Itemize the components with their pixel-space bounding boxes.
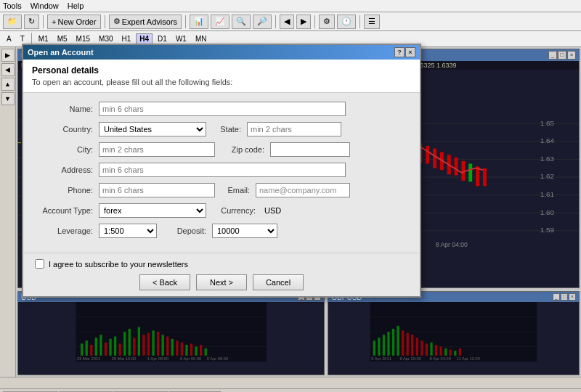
dialog-close-button[interactable]: ×	[405, 47, 415, 57]
deposit-label: Deposit:	[163, 226, 206, 235]
phone-email-row: Phone: Email:	[35, 183, 408, 197]
dialog-body: Name: Country: United States Canada Unit…	[23, 93, 420, 253]
zip-label: Zip code:	[221, 145, 264, 154]
email-label: Email:	[221, 186, 250, 195]
dialog-header-title: Personal details	[32, 65, 411, 75]
account-type-select[interactable]: forex cfd futures	[99, 203, 206, 218]
name-label: Name:	[35, 105, 93, 113]
leverage-select[interactable]: 1:500 1:200 1:100 1:50 1:25 1:10 1:5 1:2…	[99, 224, 157, 238]
leverage-label: Leverage:	[35, 226, 93, 235]
currency-label: Currency:	[212, 206, 256, 215]
deposit-select[interactable]: 10000 5000 25000 50000 100000	[212, 224, 277, 238]
open-account-dialog: Open an Account ? × Personal details To …	[22, 44, 421, 298]
city-label: City:	[35, 145, 93, 154]
country-state-row: Country: United States Canada United Kin…	[35, 122, 408, 136]
city-input[interactable]	[99, 142, 215, 157]
dialog-overlay: Open an Account ? × Personal details To …	[0, 0, 581, 392]
dialog-titlebar: Open an Account ? ×	[23, 45, 420, 60]
address-row: Address:	[35, 163, 408, 177]
cancel-button[interactable]: Cancel	[253, 274, 304, 290]
phone-input[interactable]	[99, 183, 215, 197]
state-input[interactable]	[247, 122, 341, 136]
city-zip-row: City: Zip code:	[35, 142, 408, 157]
dialog-footer: I agree to subscribe to your newsletters…	[23, 253, 420, 296]
country-label: Country:	[35, 125, 93, 134]
dialog-header: Personal details To open an account, ple…	[23, 60, 420, 93]
next-button[interactable]: Next >	[196, 274, 247, 290]
newsletter-label: I agree to subscribe to your newsletters	[49, 260, 188, 269]
email-input[interactable]	[256, 183, 350, 197]
name-row: Name:	[35, 102, 408, 116]
account-currency-row: Account Type: forex cfd futures Currency…	[35, 203, 408, 218]
address-input[interactable]	[99, 163, 346, 177]
name-input[interactable]	[99, 102, 346, 116]
zip-input[interactable]	[270, 142, 350, 157]
dialog-title-controls: ? ×	[394, 47, 415, 57]
footer-buttons: < Back Next > Cancel	[35, 274, 408, 290]
newsletter-checkbox[interactable]	[35, 259, 44, 269]
leverage-deposit-row: Leverage: 1:500 1:200 1:100 1:50 1:25 1:…	[35, 224, 408, 238]
newsletter-row: I agree to subscribe to your newsletters	[35, 259, 408, 269]
state-label: State:	[212, 125, 241, 134]
currency-value: USD	[261, 206, 281, 215]
country-select[interactable]: United States Canada United Kingdom	[99, 122, 206, 136]
account-type-label: Account Type:	[35, 206, 93, 215]
back-button[interactable]: < Back	[139, 274, 190, 290]
dialog-help-button[interactable]: ?	[394, 47, 405, 57]
dialog-header-desc: To open an account, please fill out all …	[32, 78, 411, 86]
phone-label: Phone:	[35, 186, 93, 195]
dialog-title: Open an Account	[28, 48, 94, 57]
address-label: Address:	[35, 166, 93, 174]
